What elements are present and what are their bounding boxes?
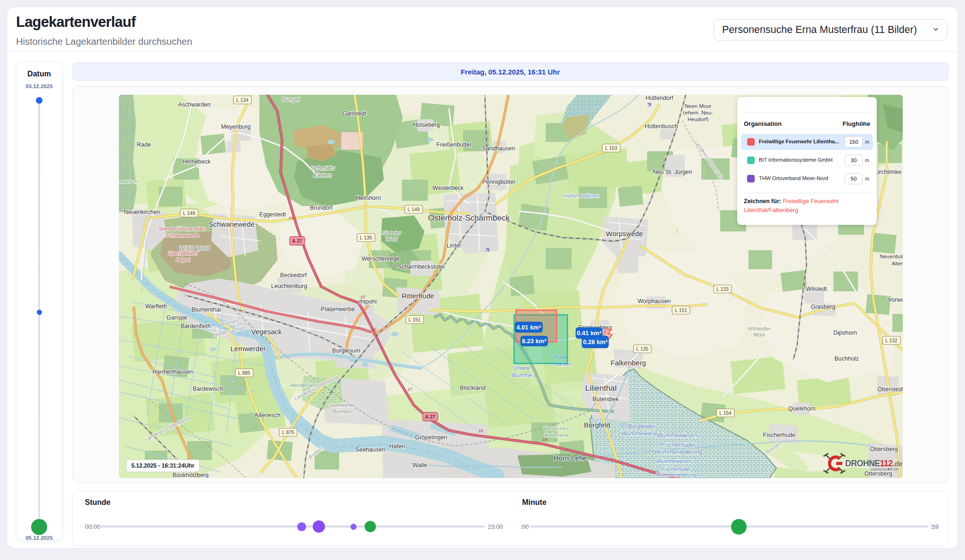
svg-text:Schwanewede: Schwanewede (208, 220, 255, 228)
svg-text:Wummeniederung: Wummeniederung (656, 472, 697, 478)
svg-text:Freißenbüttel: Freißenbüttel (436, 141, 471, 148)
svg-text:Warfleth: Warfleth (145, 303, 167, 310)
svg-text:Dipshorn: Dipshorn (833, 329, 857, 336)
svg-text:Fischerhuder: Fischerhuder (662, 466, 691, 472)
svg-text:L 133: L 133 (716, 286, 729, 292)
svg-text:Quelkhorn: Quelkhorn (788, 405, 815, 412)
svg-text:Bremen: Bremen (333, 409, 351, 414)
svg-text:Hollerland: Hollerland (544, 432, 568, 438)
svg-text:Beckedorf: Beckedorf (280, 272, 307, 279)
svg-text:Bardenfleth: Bardenfleth (181, 323, 211, 329)
svg-text:Hammewiesen: Hammewiesen (564, 193, 599, 198)
svg-text:Leuchtenburg: Leuchtenburg (271, 283, 308, 289)
svg-text:L 151: L 151 (408, 317, 421, 322)
svg-text:Aschwarden: Aschwarden (178, 101, 211, 108)
svg-text:L 132: L 132 (885, 338, 898, 343)
svg-text:Ottersberg: Ottersberg (870, 446, 898, 453)
svg-text:Meyenburg: Meyenburg (221, 124, 251, 130)
svg-text:L 154: L 154 (719, 410, 732, 416)
svg-text:L 149: L 149 (408, 206, 420, 212)
svg-text:Kirchtimke: Kirchtimke (874, 169, 901, 175)
svg-text:Ottersberg: Ottersberg (864, 470, 892, 477)
svg-text:Wummewiesen: Wummewiesen (621, 430, 661, 437)
svg-text:Falkenberg: Falkenberg (610, 359, 646, 367)
svg-text:5.12.2025 - 16:31:24Uhr: 5.12.2025 - 16:31:24Uhr (131, 462, 194, 469)
svg-text:Walle: Walle (413, 462, 427, 469)
svg-text:powered by BIT-Info: powered by BIT-Info (871, 468, 898, 471)
svg-text:Wilstedt: Wilstedt (806, 286, 827, 292)
svg-text:Schmidts: Schmidts (310, 165, 334, 172)
svg-text:Ritterhude: Ritterhude (401, 292, 434, 300)
svg-text:Neuenbülstedt: Neuenbülstedt (880, 254, 903, 259)
svg-text:18: 18 (478, 428, 483, 433)
svg-text:Buchholz: Buchholz (834, 355, 858, 362)
svg-text:Vegesack: Vegesack (251, 328, 282, 336)
svg-text:Ganspe: Ganspe (166, 314, 187, 321)
svg-text:Wummeniederung: Wummeniederung (654, 449, 702, 455)
svg-text:Lintel: Lintel (447, 242, 461, 249)
svg-text:Wummewiesen: Wummewiesen (657, 458, 691, 464)
svg-text:Grasberg: Grasberg (811, 304, 835, 310)
svg-text:Stoteler: Stoteler (382, 230, 401, 236)
svg-text:Otterstedt: Otterstedt (878, 386, 903, 393)
svg-text:Osterholz-Scharmbeck: Osterholz-Scharmbeck (428, 214, 510, 222)
svg-text:Neu St. Jürgen: Neu St. Jürgen (653, 169, 692, 175)
svg-text:A 27: A 27 (292, 238, 302, 244)
svg-text:Häfen: Häfen (389, 443, 405, 450)
svg-text:Garlstedt: Garlstedt (342, 110, 366, 117)
svg-text:L 151: L 151 (675, 307, 687, 313)
svg-text:Seehausen: Seehausen (355, 446, 385, 453)
svg-text:Horn-Lehe: Horn-Lehe (554, 454, 587, 462)
svg-text:Borgfeld: Borgfeld (584, 421, 610, 429)
svg-text:Altenesch: Altenesch (255, 412, 281, 419)
svg-text:Untere: Untere (513, 365, 530, 371)
svg-text:Sperrgebiet /: Sperrgebiet / (168, 250, 199, 256)
svg-text:Wilstedter: Wilstedter (748, 326, 772, 331)
svg-text:Burglesum: Burglesum (332, 347, 360, 354)
svg-text:Schwanewede: Schwanewede (165, 232, 199, 238)
svg-text:Kiefern: Kiefern (313, 172, 332, 179)
svg-text:Lemwerder: Lemwerder (230, 345, 266, 353)
svg-text:Blumenthal: Blumenthal (191, 306, 221, 313)
svg-text:L 149: L 149 (183, 210, 195, 216)
svg-text:Worphausen: Worphausen (638, 298, 671, 305)
svg-text:Hülseberg: Hülseberg (413, 122, 440, 128)
svg-text:Scharmbeckstotel: Scharmbeckstotel (398, 264, 444, 270)
svg-text:Stahlwerke: Stahlwerke (329, 402, 356, 408)
svg-text:Hinnebeck: Hinnebeck (183, 158, 211, 165)
svg-text:Vorwer: Vorwer (888, 296, 903, 303)
svg-text:Sandhausen: Sandhausen (482, 145, 515, 152)
svg-text:16: 16 (372, 327, 376, 331)
svg-text:Westliches: Westliches (544, 426, 569, 431)
svg-text:Bardewisch: Bardewisch (193, 386, 224, 392)
svg-text:Fischerhude: Fischerhude (763, 432, 796, 438)
svg-text:Heilshorn: Heilshorn (356, 195, 381, 201)
svg-text:Wumme: Wumme (511, 372, 532, 379)
svg-text:Worpswede: Worpswede (606, 230, 643, 238)
svg-text:Depot: Depot (176, 257, 190, 263)
svg-text:Bookholzberg: Bookholzberg (173, 472, 208, 478)
svg-text:Werschenrege: Werschenrege (361, 255, 399, 262)
svg-text:Altenbü: Altenbü (891, 261, 903, 266)
svg-text:Wald: Wald (385, 236, 398, 242)
svg-text:Fischerhuder: Fischerhuder (661, 442, 696, 448)
svg-text:14: 14 (289, 215, 293, 220)
svg-text:Butendiek: Butendiek (592, 396, 619, 403)
svg-text:17: 17 (408, 387, 413, 392)
svg-text:Ihlpohl: Ihlpohl (359, 298, 377, 305)
svg-text:L 875: L 875 (282, 429, 294, 435)
svg-text:marsch: marsch (120, 179, 138, 184)
svg-text:Blockland: Blockland (460, 385, 485, 391)
svg-text:0.41 km²: 0.41 km² (577, 329, 602, 337)
svg-text:Westerbeck: Westerbeck (433, 185, 464, 191)
svg-text:Eggestedt: Eggestedt (259, 211, 286, 218)
svg-text:L 885: L 885 (238, 370, 250, 376)
svg-text:L 135: L 135 (636, 346, 649, 352)
svg-text:Hüttenbusch: Hüttenbusch (645, 123, 678, 130)
svg-text:8.23 km²: 8.23 km² (522, 338, 547, 345)
svg-text:0.28 km²: 0.28 km² (583, 338, 608, 346)
svg-text:Harmenhausen: Harmenhausen (152, 369, 193, 375)
svg-text:Borgfelder: Borgfelder (628, 423, 656, 430)
svg-text:Neen Moor: Neen Moor (685, 103, 712, 109)
svg-text:L 135: L 135 (360, 235, 372, 240)
